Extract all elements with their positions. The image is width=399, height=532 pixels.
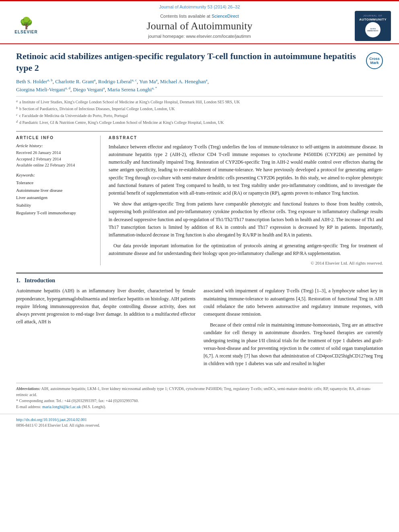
- crossmark-icon: CrossMark: [369, 57, 380, 65]
- intro-para-2: associated with impairment of regulatory…: [204, 287, 383, 318]
- author-sup-6: a, d: [65, 86, 70, 90]
- article-info-col: ARTICLE INFO Article history: Received 2…: [16, 136, 101, 266]
- intro-col2: associated with impairment of regulatory…: [204, 287, 383, 371]
- journal-homepage: journal homepage: www.elsevier.com/locat…: [52, 34, 347, 39]
- article-history: Article history: Received 26 January 201…: [16, 143, 95, 168]
- abstract-para-1: Imbalance between effector and regulator…: [109, 143, 383, 197]
- abstract-para-3: Our data provide important information f…: [109, 242, 383, 257]
- email-link[interactable]: maria.longhi@kcl.ac.uk: [42, 405, 81, 409]
- article-title: Retinoic acid stabilizes antigen-specifi…: [16, 51, 366, 74]
- journal-header: Journal of Autoimmunity 53 (2014) 26–32 …: [0, 1, 399, 44]
- author-sup-2: a: [94, 78, 96, 82]
- footer-issn: 0896-8411/© 2014 Elsevier Ltd. All right…: [16, 423, 383, 427]
- author-holder: Beth S. Holder: [16, 79, 47, 85]
- article-content: Retinoic acid stabilizes antigen-specifi…: [0, 44, 399, 379]
- abstract-para-2: We show that antigen-specific Treg from …: [109, 200, 383, 239]
- article-info-label: ARTICLE INFO: [16, 136, 95, 140]
- page-footer: http://dx.doi.org/10.1016/j.jaut.2014.02…: [0, 414, 399, 431]
- intro-section: 1. Introduction Autoimmune hepatitis (AI…: [16, 273, 383, 371]
- science-direct-line: Contents lists available at ScienceDirec…: [52, 14, 347, 18]
- journal-name: Journal of Autoimmunity: [52, 20, 347, 32]
- intro-para-3: Because of their central role in maintai…: [204, 321, 383, 368]
- elsevier-logo: 🌳 ELSEVIER: [8, 15, 44, 37]
- page: Journal of Autoimmunity 53 (2014) 26–32 …: [0, 0, 399, 532]
- corresponding-line: * Corresponding author. Tel.: +44 (0)203…: [16, 398, 383, 404]
- keyword-2: Autoimmune liver disease: [16, 187, 95, 194]
- keywords-section: Keywords: Tolerance Autoimmune liver dis…: [16, 173, 95, 216]
- aff-sup-a: a: [16, 99, 18, 105]
- author-heneghan: Michael A. Heneghan: [160, 79, 206, 85]
- section-number: 1.: [16, 277, 21, 283]
- author-sup-3: a, c: [132, 78, 137, 82]
- author-sup-8: a, *: [152, 86, 157, 90]
- aff-sup-d: d: [16, 119, 18, 125]
- aff-text-d: d Paediatric Liver, GI & Nutrition Centr…: [19, 119, 224, 125]
- history-title: Article history:: [16, 143, 95, 148]
- author-grant: Charlotte R. Grant: [55, 79, 94, 85]
- author-mieli: Giorgina Mieli-Vergani: [16, 86, 65, 92]
- intro-col1: Autoimmune hepatitis (AIH) is an inflamm…: [16, 287, 195, 371]
- science-direct-link[interactable]: ScienceDirect: [212, 14, 239, 18]
- abbreviations-line: Abbreviations: AIH, autoimmune hepatitis…: [16, 386, 383, 398]
- author-sup-4: a: [156, 78, 158, 82]
- author-sup-5: a: [206, 78, 208, 82]
- journal-center: Contents lists available at ScienceDirec…: [44, 14, 355, 39]
- aff-sup-b: b: [16, 106, 18, 112]
- doi-link[interactable]: http://dx.doi.org/10.1016/j.jaut.2014.02…: [16, 417, 87, 422]
- authors-line: Beth S. Holdera, b, Charlotte R. Granta,…: [16, 78, 383, 94]
- author-sup-1: a, b: [47, 78, 53, 82]
- aff-text-b: b Section of Paediatrics, Division of In…: [19, 106, 175, 112]
- keywords-title: Keywords:: [16, 173, 95, 177]
- contents-label: Contents lists available at: [160, 14, 210, 18]
- author-ma: Yun Ma: [139, 79, 156, 85]
- affiliation-d: d d Paediatric Liver, GI & Nutrition Cen…: [16, 119, 383, 125]
- logo-circle: AUTOIMMUNITY: [365, 22, 380, 37]
- logo-top-text: Journal of: [363, 14, 383, 17]
- keyword-1: Tolerance: [16, 179, 95, 187]
- aff-text-c: c Faculdade de Medicina da Universidade …: [19, 113, 128, 119]
- intro-body: Autoimmune hepatitis (AIH) is an inflamm…: [16, 287, 383, 371]
- crossmark-badge[interactable]: CrossMark: [366, 52, 383, 69]
- journal-top-bar: 🌳 ELSEVIER Contents lists available at S…: [8, 11, 391, 41]
- intro-para-1: Autoimmune hepatitis (AIH) is an inflamm…: [16, 287, 195, 326]
- accepted-date: Accepted 2 February 2014: [16, 156, 95, 162]
- section-title-text: Introduction: [25, 277, 55, 283]
- logo-main-text: AUTOIMMUNITY: [359, 18, 387, 21]
- abstract-text: Imbalance between effector and regulator…: [109, 143, 383, 258]
- footnote-section: Abbreviations: AIH, autoimmune hepatitis…: [16, 383, 383, 410]
- affiliations: a a Institute of Liver Studies, King's C…: [16, 96, 383, 125]
- aff-text-a: a Institute of Liver Studies, King's Col…: [19, 99, 240, 105]
- author-liberal: Rodrigo Liberal: [98, 79, 132, 85]
- affiliation-c: c c Faculdade de Medicina da Universidad…: [16, 113, 383, 119]
- copyright-line: © 2014 Elsevier Ltd. All rights reserved…: [109, 261, 383, 265]
- affiliation-b: b b Section of Paediatrics, Division of …: [16, 106, 383, 112]
- email-name: (M.S. Longhi).: [82, 405, 106, 409]
- email-label: E-mail address:: [16, 405, 41, 409]
- footer-doi[interactable]: http://dx.doi.org/10.1016/j.jaut.2014.02…: [16, 417, 383, 422]
- article-info-abstract-section: ARTICLE INFO Article history: Received 2…: [16, 131, 383, 266]
- affiliation-a: a a Institute of Liver Studies, King's C…: [16, 99, 383, 105]
- keyword-4: Stability: [16, 201, 95, 209]
- abbr-text: AIH, autoimmune hepatitis; LKM-1, liver …: [16, 386, 371, 397]
- corresponding-label: * Corresponding author.: [16, 398, 55, 403]
- elsevier-text: ELSEVIER: [14, 30, 37, 34]
- author-sup-7: a: [103, 86, 105, 90]
- author-vergani: Diego Vergani: [73, 86, 103, 92]
- keyword-3: Liver autoantigen: [16, 194, 95, 201]
- email-line: E-mail address: maria.longhi@kcl.ac.uk (…: [16, 404, 383, 410]
- received-date: Received 26 January 2014: [16, 150, 95, 156]
- elsevier-tree-icon: 🌳: [19, 18, 33, 29]
- abstract-label: ABSTRACT: [109, 136, 383, 140]
- journal-logo-right: Journal of AUTOIMMUNITY AUTOIMMUNITY: [355, 11, 391, 41]
- aff-sup-c: c: [16, 113, 18, 119]
- section-title: 1. Introduction: [16, 277, 383, 284]
- abstract-col: ABSTRACT Imbalance between effector and …: [109, 136, 383, 266]
- abbr-label: Abbreviations:: [16, 386, 41, 391]
- corresponding-text: Tel.: +44 (0)2032993397; fax: +44 (0)203…: [56, 398, 139, 403]
- journal-top-link[interactable]: Journal of Autoimmunity 53 (2014) 26–32: [8, 4, 391, 11]
- logo-circle-text: AUTOIMMUNITY: [366, 27, 379, 33]
- keyword-5: Regulatory T-cell immunotherapy: [16, 209, 95, 217]
- available-date: Available online 22 February 2014: [16, 162, 95, 168]
- article-title-section: Retinoic acid stabilizes antigen-specifi…: [16, 51, 383, 74]
- author-longhi: Maria Serena Longhi: [107, 86, 152, 92]
